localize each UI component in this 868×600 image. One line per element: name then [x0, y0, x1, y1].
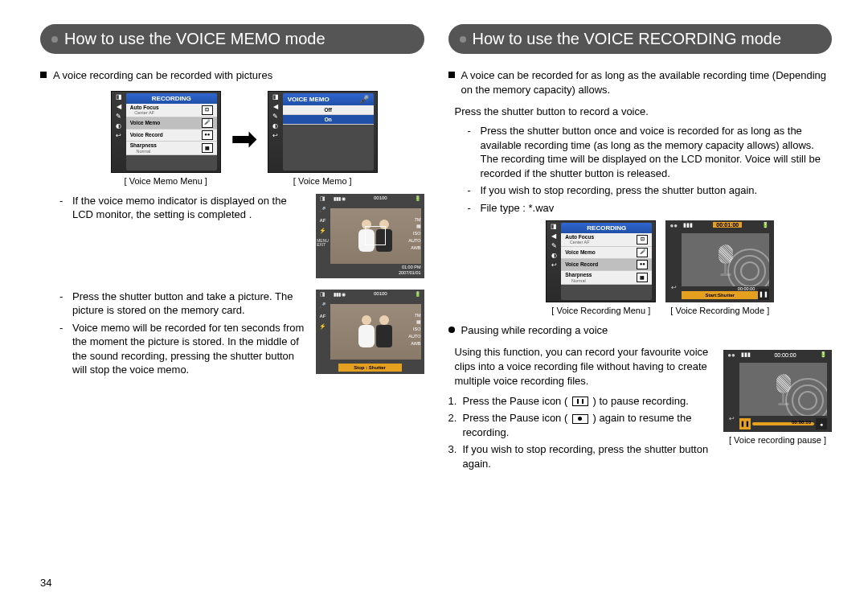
camera-icon: ◨	[320, 195, 326, 202]
pause-top-time: 00:00:00	[774, 352, 796, 358]
sound-icon: ◀	[117, 103, 121, 110]
rec-icon: ●●	[202, 130, 213, 140]
circle-bullet-icon	[448, 327, 455, 333]
camera-icon: ◨	[272, 93, 279, 101]
vm-option-on: On	[283, 115, 374, 125]
voice-recording-mode-screen: ●● ↩ ▮▮▮ 00:01:00 🔋 00:00:00 ❚❚	[665, 220, 774, 302]
pausing-intro: Using this function, you can record your…	[448, 345, 714, 389]
menu-title: RECORDING	[126, 93, 217, 104]
stop-shutter-label: Stop : Shutter	[338, 364, 402, 372]
arrow-icon: ↩	[729, 415, 735, 422]
rec-mode-icon: ●●	[669, 222, 678, 229]
mic-icon: 🎤	[319, 302, 326, 309]
palette-icon: ◐	[551, 252, 557, 259]
af-icon: ⊡	[202, 105, 213, 115]
photo-time: 01:00 PM	[402, 265, 421, 269]
menu-row-sharp-sub: Normal	[130, 149, 157, 154]
right-header: How to use the VOICE RECORDING mode	[448, 24, 833, 54]
pause-elapsed: 00:00:10	[792, 420, 811, 425]
af-icon: ⊡	[637, 235, 648, 245]
flash-icon: ⚡	[319, 228, 326, 234]
menu-row-vr: Voice Record	[130, 132, 163, 138]
right-d2: If you wish to stop recording, press the…	[468, 183, 833, 198]
mic-icon: 🎤	[359, 95, 369, 104]
voice-recording-pause-screen: ●● ↩ ▮▮▮ 00:00:00 🔋 ❚❚ 00:00:10	[723, 350, 832, 432]
mic-icon: 🎤	[202, 118, 213, 128]
caption-voice-recording-pause: [ Voice recording pause ]	[723, 435, 832, 445]
header-dot-icon	[460, 36, 466, 43]
screen-side-icons: ◨ ◀ ✎ ◐ ↩	[547, 221, 561, 302]
left-header-text: How to use the VOICE MEMO mode	[64, 30, 326, 47]
left-column: How to use the VOICE MEMO mode A voice r…	[40, 24, 424, 474]
voice-memo-option-screen: ◨ ◀ ✎ ◐ ↩ VOICE MEMO 🎤 Off	[268, 91, 378, 173]
arrow-icon: ↩	[551, 261, 557, 269]
tool-icon: ✎	[551, 242, 557, 249]
menu-icon: MENUEXIT	[317, 239, 329, 247]
left-p3: Voice memo will be recorded for ten seco…	[59, 321, 306, 377]
menu-row-sharp: Sharpness	[130, 142, 157, 148]
palette-icon: ◐	[116, 122, 121, 129]
vm-option-off: Off	[283, 105, 374, 115]
caption-voice-memo: [ Voice Memo ]	[268, 176, 378, 186]
arrow-icon: ↩	[272, 132, 278, 139]
left-p1: If the voice memo indicator is displayed…	[59, 194, 306, 222]
photo-count: 00100	[374, 291, 387, 296]
menu-row-af-sub: Center AF	[130, 110, 159, 116]
sound-icon: ◀	[551, 232, 556, 240]
arrow-icon: ↩	[116, 132, 121, 139]
page-number: 34	[40, 577, 51, 589]
pause-step-3: 3. If you wish to stop recording, press …	[448, 442, 714, 471]
square-bullet-icon	[448, 72, 455, 78]
menu-row-af: Auto Focus	[130, 105, 159, 110]
start-shutter-label: Start:Shutter	[682, 291, 758, 299]
rec-mode-icon: ●●	[727, 351, 735, 359]
right-press: Press the shutter button to record a voi…	[448, 105, 833, 119]
photo-size: 7M	[415, 217, 421, 222]
right-d1: Press the shutter button once and voice …	[468, 124, 833, 180]
sharp-icon: ▦	[202, 143, 213, 153]
left-header: How to use the VOICE MEMO mode	[40, 24, 424, 54]
record-icon: ●	[816, 418, 827, 429]
photo-count: 00100	[374, 195, 387, 200]
caption-voice-memo-menu: [ Voice Memo Menu ]	[111, 176, 221, 186]
palette-icon: ◐	[272, 122, 278, 129]
right-header-text: How to use the VOICE RECORDING mode	[473, 30, 782, 47]
mic-icon: 🎤	[637, 248, 648, 257]
pause-step-1: 1. Press the Pause icon ( ) to pause rec…	[448, 394, 714, 409]
pause-icon: ❚❚	[758, 289, 769, 300]
caption-voice-recording-mode: [ Voice Recording Mode ]	[665, 306, 774, 315]
photo-preview-1: ◨ 🎤 AF ⚡ MENUEXIT ▮▮▮ ◉00100🔋 7M▦ I	[316, 194, 424, 278]
arrow-right-icon: ➡	[231, 102, 258, 175]
right-intro: A voice can be recorded for as long as t…	[461, 68, 833, 97]
camera-icon: ◨	[320, 291, 326, 298]
tool-icon: ✎	[272, 113, 278, 120]
pause-step-2: 2. Press the Pause icon ( ) again to res…	[448, 411, 714, 439]
camera-icon: ◨	[116, 93, 122, 101]
af-icon: AF	[320, 218, 326, 223]
pausing-header: Pausing while recording a voice	[461, 323, 608, 338]
screen-side-icons: ◨ ◀ ✎ ◐ ↩	[112, 92, 126, 172]
flash-icon: ⚡	[319, 323, 326, 330]
arrow-icon: ↩	[671, 284, 677, 291]
square-bullet-icon	[40, 72, 47, 78]
voice-recording-menu-screen: ◨ ◀ ✎ ◐ ↩ RECORDING Auto FocusCenter AF⊡…	[546, 220, 656, 302]
voice-memo-menu-screen: ◨ ◀ ✎ ◐ ↩ RECORDING Auto FocusCenter AF⊡…	[111, 91, 221, 173]
sound-icon: ◀	[273, 103, 278, 110]
camera-icon: ◨	[551, 223, 557, 230]
screen-side-icons: ◨ ◀ ✎ ◐ ↩	[268, 92, 283, 172]
caption-voice-recording-menu: [ Voice Recording Menu ]	[546, 306, 656, 315]
menu-title: RECORDING	[561, 223, 652, 233]
photo-date: 2007/01/01	[399, 270, 421, 275]
pause-indicator-icon: ❚❚	[739, 418, 751, 429]
vm-title: VOICE MEMO	[288, 96, 330, 103]
left-intro: A voice recording can be recorded with p…	[53, 68, 272, 83]
header-dot-icon	[51, 36, 58, 43]
menu-row-vm: Voice Memo	[130, 120, 160, 126]
right-column: How to use the VOICE RECORDING mode A vo…	[448, 24, 833, 474]
pause-button-icon	[572, 397, 588, 406]
af-icon: AF	[320, 314, 326, 318]
mic-icon: 🎤	[319, 207, 326, 213]
rec-icon: ●●	[637, 260, 648, 269]
record-button-icon	[572, 414, 588, 424]
right-d3: File type : *.wav	[468, 201, 833, 216]
